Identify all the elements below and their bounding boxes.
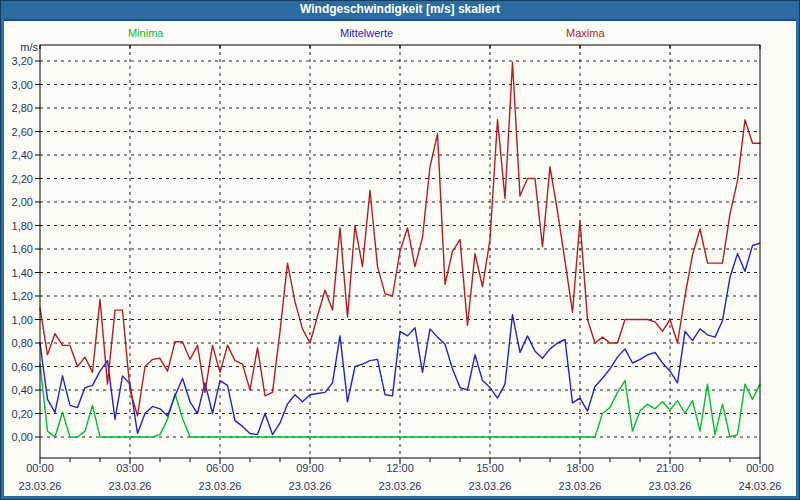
y-tick-label: 2,80: [12, 102, 33, 114]
x-date-label: 24.03.26: [739, 480, 782, 492]
y-tick-label: 1,40: [12, 267, 33, 279]
y-tick-label: 1,80: [12, 220, 33, 232]
y-axis-unit: m/s: [20, 41, 38, 53]
x-date-label: 23.03.26: [19, 480, 62, 492]
y-tick-label: 1,00: [12, 314, 33, 326]
wind-speed-chart: 0,000,200,400,600,801,001,201,401,601,80…: [0, 0, 800, 500]
legend-mittelwerte: Mittelwerte: [340, 27, 393, 39]
window-title: Windgeschwindigkeit [m/s] skaliert: [300, 2, 500, 16]
series-lines: [40, 62, 760, 437]
axis-labels: 0,000,200,400,600,801,001,201,401,601,80…: [12, 41, 782, 492]
y-tick-label: 1,20: [12, 290, 33, 302]
x-time-label: 21:00: [656, 462, 684, 474]
y-tick-label: 0,60: [12, 361, 33, 373]
x-date-label: 23.03.26: [379, 480, 422, 492]
title-bar: Windgeschwindigkeit [m/s] skaliert: [0, 0, 800, 21]
legend-maxima: Maxima: [566, 27, 605, 39]
y-tick-label: 2,40: [12, 149, 33, 161]
legend-minima: Minima: [128, 27, 163, 39]
y-tick-label: 0,40: [12, 384, 33, 396]
y-tick-label: 2,00: [12, 196, 33, 208]
y-tick-label: 0,00: [12, 431, 33, 443]
y-tick-label: 3,00: [12, 79, 33, 91]
x-time-label: 06:00: [206, 462, 234, 474]
x-time-label: 12:00: [386, 462, 414, 474]
x-time-label: 09:00: [296, 462, 324, 474]
x-date-label: 23.03.26: [109, 480, 152, 492]
y-tick-label: 2,20: [12, 173, 33, 185]
x-date-label: 23.03.26: [649, 480, 692, 492]
x-date-label: 23.03.26: [289, 480, 332, 492]
y-tick-label: 2,60: [12, 126, 33, 138]
x-date-label: 23.03.26: [469, 480, 512, 492]
y-tick-label: 3,20: [12, 55, 33, 67]
x-time-label: 00:00: [26, 462, 54, 474]
y-tick-label: 1,60: [12, 243, 33, 255]
y-tick-label: 0,20: [12, 408, 33, 420]
x-time-label: 15:00: [476, 462, 504, 474]
x-date-label: 23.03.26: [559, 480, 602, 492]
x-time-label: 00:00: [746, 462, 774, 474]
y-tick-label: 0,80: [12, 337, 33, 349]
x-date-label: 23.03.26: [199, 480, 242, 492]
x-time-label: 18:00: [566, 462, 594, 474]
chart-window: Windgeschwindigkeit [m/s] skaliert Minim…: [0, 0, 800, 500]
x-time-label: 03:00: [116, 462, 144, 474]
